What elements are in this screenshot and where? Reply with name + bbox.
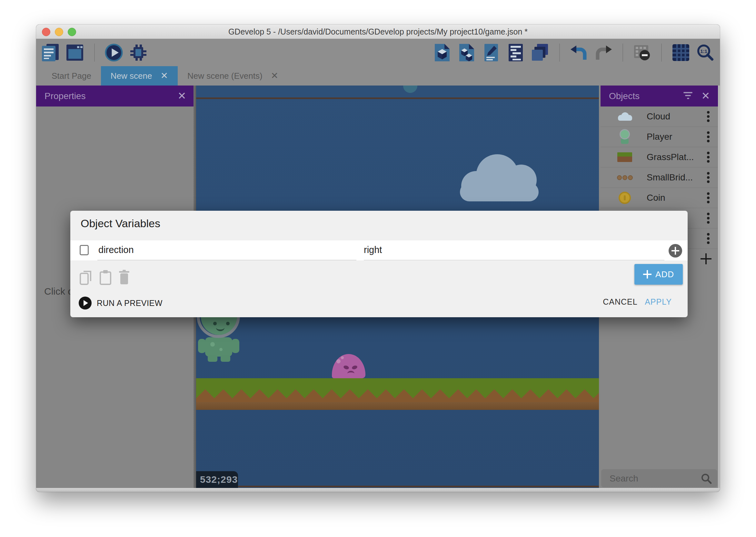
redo-icon[interactable] [594,43,613,62]
tab-start-page[interactable]: Start Page [42,66,101,86]
object-label: SmallBrid... [647,168,693,187]
object-menu-icon[interactable] [707,111,709,122]
desktop: GDevelop 5 - /Users/david/Documents/GDev… [0,0,756,537]
cursor-coordinates-badge: 532;293 [196,471,238,488]
layers-icon[interactable] [531,43,549,62]
object-row-coin[interactable]: Coin [601,188,718,208]
window-bottom-edge [36,488,720,492]
variable-value-underline [364,260,664,261]
objects-search-bar [601,469,717,487]
coin-thumbnail-icon [610,188,639,208]
events-sheet-icon[interactable] [506,43,525,62]
grass-platform-dirt-base [196,402,599,410]
object-menu-icon[interactable] [707,152,709,163]
scene-window-top-border [196,98,599,99]
variable-name-input[interactable]: direction [98,240,134,261]
add-button-label: ADD [655,269,674,279]
cloud-sprite[interactable] [457,154,541,203]
add-object-icon[interactable] [433,43,452,62]
toggle-mask-icon[interactable] [633,43,652,62]
enemy-slime-sprite[interactable] [332,354,365,378]
objects-search-input[interactable] [609,469,697,488]
grass-platform-dirt-teeth [196,389,599,402]
paste-icon[interactable] [99,269,113,287]
object-variables-dialog: Object Variables direction right [70,211,688,317]
svg-text:1:1: 1:1 [700,48,707,54]
properties-panel-title: Properties [45,86,86,106]
add-child-variable-icon[interactable] [668,244,682,258]
tab-close-icon[interactable]: ✕ [160,71,168,80]
toolbar-left-group [41,43,148,62]
edit-scene-icon[interactable] [482,43,501,62]
toggle-grid-icon[interactable] [671,43,690,62]
variable-checkbox[interactable] [80,245,89,255]
debug-icon[interactable] [129,43,148,62]
filter-icon[interactable] [683,92,693,101]
undo-icon[interactable] [570,43,588,62]
tab-new-scene-events[interactable]: New scene (Events) ✕ [178,66,288,86]
small-bridge-thumbnail-icon [610,168,639,187]
objects-panel-header: Objects ✕ [601,86,718,106]
plus-icon [643,270,652,278]
window-title: GDevelop 5 - /Users/david/Documents/GDev… [36,24,720,39]
toolbar-separator [661,44,662,62]
grass-platform-thumbnail-icon [610,147,639,167]
copy-icon[interactable] [79,269,93,287]
main-toolbar: 1:1 [36,39,720,66]
properties-panel-header: Properties ✕ [36,86,194,106]
objects-panel-title: Objects [609,86,640,106]
dialog-toolbar [79,269,130,287]
add-variable-button[interactable]: ADD [634,264,683,285]
play-preview-icon[interactable] [104,43,123,62]
variable-row: direction right [70,240,688,261]
tab-close-icon[interactable]: ✕ [271,71,278,80]
toolbar-right-group: 1:1 [433,43,715,62]
run-preview-button[interactable]: RUN A PREVIEW [79,297,163,310]
apply-button[interactable]: APPLY [641,294,676,309]
object-row-smallbridge[interactable]: SmallBrid... [601,168,718,188]
toolbar-separator [559,44,560,62]
object-menu-icon[interactable] [707,192,709,203]
object-menu-icon[interactable] [707,233,709,244]
player-thumbnail-icon [610,127,639,147]
start-page-icon[interactable] [66,43,85,62]
object-menu-icon[interactable] [707,172,709,183]
variable-value-input[interactable]: right [364,240,382,261]
close-icon[interactable]: ✕ [177,91,187,101]
objects-scrollbar-track[interactable] [718,86,720,488]
add-object-icon[interactable] [700,253,711,264]
toolbar-separator [623,44,623,62]
variable-name-underline [97,260,357,261]
zoom-original-icon[interactable]: 1:1 [696,43,715,62]
scene-object-bubble [403,86,417,93]
tab-new-scene[interactable]: New scene ✕ [101,66,178,86]
toolbar-separator [94,44,95,62]
tab-label: New scene [111,71,152,81]
titlebar: GDevelop 5 - /Users/david/Documents/GDev… [36,24,720,39]
tab-label: New scene (Events) [187,71,263,81]
object-menu-icon[interactable] [707,131,709,142]
cloud-thumbnail-icon [610,106,639,127]
object-label: GrassPlat... [647,147,694,167]
add-object-group-icon[interactable] [457,43,476,62]
object-label: Coin [647,188,665,208]
run-preview-label: RUN A PREVIEW [97,299,163,308]
object-row-grassplatform[interactable]: GrassPlat... [601,147,718,168]
tab-bar: Start Page New scene ✕ New scene (Events… [36,66,720,86]
object-row-player[interactable]: Player [601,127,718,147]
object-label: Cloud [647,106,670,127]
cancel-button[interactable]: CANCEL [601,294,640,309]
play-icon [79,297,92,310]
gdevelop-window: GDevelop 5 - /Users/david/Documents/GDev… [36,24,720,492]
object-menu-icon[interactable] [707,213,709,224]
scene-window-bottom-border [196,486,599,487]
tab-label: Start Page [52,71,91,81]
properties-hint-text: Click o [44,286,73,297]
dialog-title: Object Variables [81,217,160,230]
project-manager-icon[interactable] [41,43,60,62]
search-icon [700,473,712,486]
delete-icon[interactable] [118,269,130,287]
object-label: Player [647,127,672,147]
close-icon[interactable]: ✕ [700,91,711,101]
object-row-cloud[interactable]: Cloud [601,106,718,127]
